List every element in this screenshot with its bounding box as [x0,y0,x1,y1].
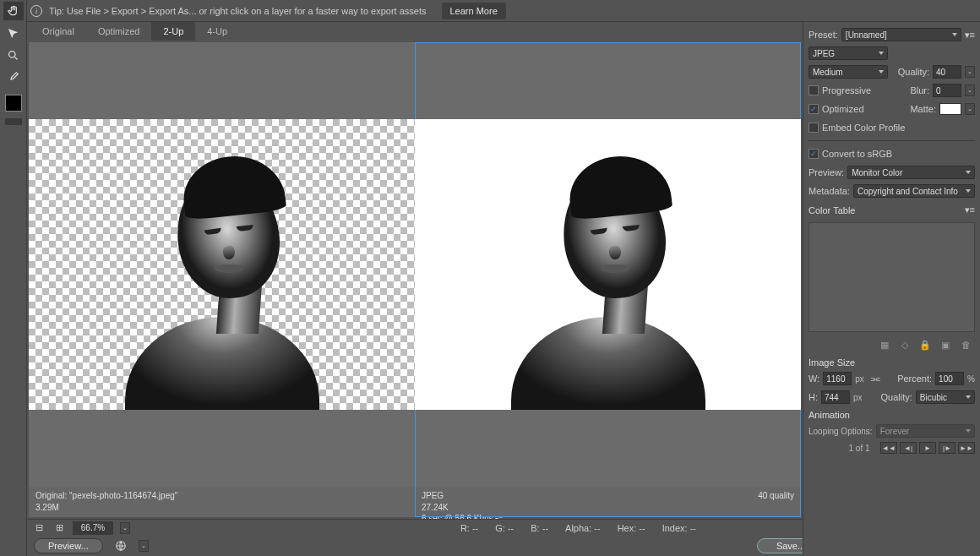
zoom-out-icon[interactable]: ⊟ [32,521,46,535]
metadata-label: Metadata: [808,186,850,196]
preview-size: 27.24K [422,502,503,514]
color-table-heading: Color Table [808,205,855,215]
preset-menu-icon[interactable]: ▾≡ [965,30,975,41]
next-frame-button[interactable]: |► [939,442,956,454]
play-button[interactable]: ► [919,442,936,454]
looping-label: Looping Options: [808,427,873,436]
quality-label: Quality: [898,67,929,77]
slice-select-tool-icon[interactable] [3,24,24,42]
quality-dropdown[interactable]: ⌄ [965,66,975,78]
toolbar [0,0,27,556]
height-field[interactable] [821,390,850,404]
status-bar: ⊟ ⊞ ⌄ R: -- G: -- B: -- Alpha: -- Hex: -… [27,519,803,536]
preview-image [511,148,705,410]
preview-quality: 40 quality [758,490,794,502]
preview-profile-label: Preview: [808,167,844,177]
readout-b: B: -- [531,523,548,533]
info-icon: i [30,5,42,17]
tip-bar: i Tip: Use File > Export > Export As... … [0,0,980,22]
readout-g: G: -- [495,523,514,533]
animation-heading: Animation [808,410,975,420]
matte-dropdown[interactable]: ⌄ [965,103,975,115]
width-field[interactable] [823,372,852,385]
color-table-menu-icon[interactable]: ▾≡ [965,204,975,215]
preview-profile-select[interactable]: Monitor Color [847,166,975,179]
tab-optimized[interactable]: Optimized [86,22,152,41]
lock-color-icon[interactable]: ◇ [899,339,911,351]
progressive-checkbox[interactable] [808,85,819,95]
browser-preview-icon[interactable] [110,538,132,553]
original-canvas[interactable] [29,42,415,487]
tab-4up[interactable]: 4-Up [195,22,239,41]
looping-select: Forever [876,424,975,438]
preset-select[interactable]: [Unnamed] [841,28,961,41]
delete-color-icon[interactable]: 🗑 [960,339,972,351]
preview-button[interactable]: Preview... [34,538,103,553]
color-table-area [808,222,975,332]
preset-label: Preset: [808,30,838,40]
readout-hex: Hex: -- [618,523,645,533]
percent-field[interactable] [935,372,964,385]
height-label: H: [808,392,818,402]
metadata-select[interactable]: Copyright and Contact Info [853,184,975,198]
eyedropper-tool-icon[interactable] [3,68,24,86]
original-image [125,148,319,410]
preview-format: JPEG [422,490,503,502]
zoom-in-icon[interactable]: ⊞ [52,521,66,535]
link-dimensions-icon[interactable]: ⫘ [868,373,882,385]
resample-select[interactable]: Bicubic [916,390,975,404]
snap-web-icon[interactable]: ▦ [879,339,890,351]
pane-optimized-preview[interactable]: JPEG 27.24K 6 sec @ 56.6 Kbps ▾≡ 40 qual… [415,42,801,517]
original-footer: Original: "pexels-photo-1164674.jpeg" 3.… [29,487,415,517]
resample-quality-label: Quality: [881,392,912,402]
optimized-label: Optimized [822,104,864,114]
new-color-icon[interactable]: ▣ [939,339,951,351]
optimized-checkbox[interactable]: ✓ [808,104,819,114]
convert-srgb-checkbox[interactable]: ✓ [808,149,819,159]
matte-swatch[interactable] [939,103,961,115]
readout-r: R: -- [460,523,478,533]
canvas-row: Original: "pexels-photo-1164674.jpeg" 3.… [27,41,803,517]
work-area: Original Optimized 2-Up 4-Up Original: "… [27,22,803,517]
settings-panel: Preset: [Unnamed] ▾≡ JPEG Medium Quality… [803,22,980,556]
zoom-tool-icon[interactable] [3,46,24,64]
blur-dropdown[interactable]: ⌄ [965,84,975,96]
last-frame-button[interactable]: ►► [958,442,975,454]
blur-field[interactable] [933,84,961,97]
original-filesize: 3.29M [35,502,177,514]
foreground-color-swatch[interactable] [5,95,22,112]
tab-original[interactable]: Original [30,22,86,41]
width-label: W: [808,373,819,384]
matte-label: Matte: [910,104,936,114]
original-filename: Original: "pexels-photo-1164674.jpeg" [35,490,177,502]
compression-select[interactable]: Medium [808,65,888,79]
preview-canvas[interactable] [415,42,801,487]
tip-text: Tip: Use File > Export > Export As... or… [49,6,427,16]
toggle-slices-icon[interactable] [5,118,22,125]
learn-more-button[interactable]: Learn More [442,3,506,19]
map-transparent-icon[interactable]: 🔒 [919,339,931,351]
tab-2up[interactable]: 2-Up [151,22,195,41]
frame-indicator: 1 of 1 [841,444,878,453]
color-table-tools: ▦ ◇ 🔒 ▣ 🗑 [808,337,975,352]
prev-frame-button[interactable]: ◄| [900,442,917,454]
first-frame-button[interactable]: ◄◄ [880,442,897,454]
quality-field[interactable] [933,65,961,79]
browser-dropdown[interactable]: ⌄ [139,540,149,552]
pane-original[interactable]: Original: "pexels-photo-1164674.jpeg" 3.… [29,42,415,517]
zoom-dropdown[interactable]: ⌄ [120,522,130,534]
image-size-heading: Image Size [808,357,975,368]
readout-index: Index: -- [662,523,696,533]
embed-profile-checkbox[interactable] [808,123,819,133]
readout-alpha: Alpha: -- [565,523,601,533]
format-select[interactable]: JPEG [808,46,888,60]
svg-point-0 [9,51,16,57]
hand-tool-icon[interactable] [3,2,24,20]
preview-footer: JPEG 27.24K 6 sec @ 56.6 Kbps ▾≡ 40 qual… [415,487,801,517]
progressive-label: Progressive [822,85,871,95]
zoom-level-field[interactable] [73,521,113,535]
convert-srgb-label: Convert to sRGB [822,149,892,159]
embed-profile-label: Embed Color Profile [822,123,905,133]
percent-label: Percent: [897,373,932,384]
view-tabs: Original Optimized 2-Up 4-Up [27,22,803,41]
